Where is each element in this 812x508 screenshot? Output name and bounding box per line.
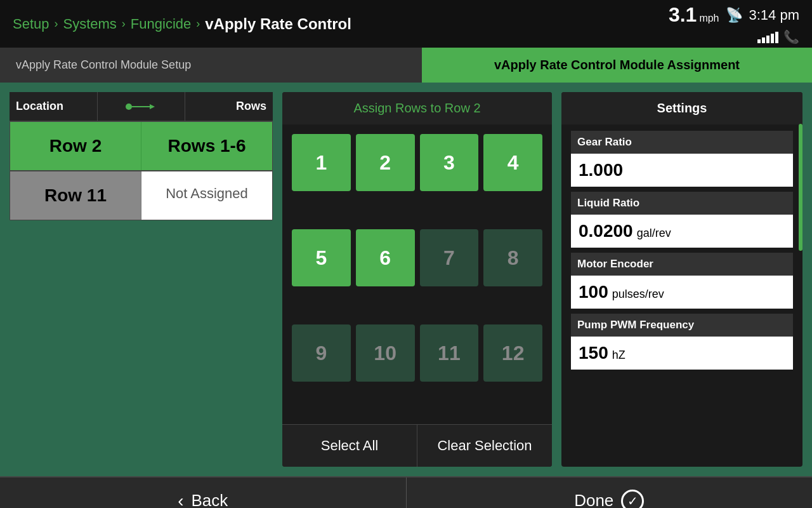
row-location-1: Row 2 (10, 122, 141, 170)
pump-pwm-value[interactable]: 150 hZ (571, 337, 793, 370)
action-buttons: Select All Clear Selection (282, 424, 552, 467)
signal-row: 📞 (757, 29, 799, 44)
back-label: Back (192, 491, 228, 508)
signal-bars (757, 30, 778, 43)
table-header: Location Rows (10, 92, 273, 121)
table-row[interactable]: Row 2 Rows 1-6 (10, 121, 273, 171)
header-rows: Rows (185, 92, 273, 121)
speed-row: 3.1 mph 📡 3:14 pm (669, 3, 799, 27)
back-icon: ‹ (178, 491, 183, 509)
done-check-icon: ✓ (621, 490, 644, 509)
done-label: Done (574, 491, 613, 508)
signal-bar-4 (771, 34, 774, 43)
antenna-icon: 📡 (726, 7, 743, 23)
row-rows-1: Rows 1-6 (141, 122, 272, 170)
row-button-12[interactable]: 12 (483, 324, 542, 382)
motor-encoder-unit: pulses/rev (612, 288, 664, 301)
row-button-11[interactable]: 11 (420, 324, 479, 382)
liquid-ratio-unit: gal/rev (637, 227, 671, 240)
row-button-5[interactable]: 5 (292, 229, 351, 286)
gear-ratio-value[interactable]: 1.000 (571, 154, 793, 187)
done-button[interactable]: Done ✓ (407, 478, 813, 508)
tab-setup[interactable]: vApply Rate Control Module Setup (0, 48, 422, 83)
row-button-9[interactable]: 9 (292, 324, 351, 382)
liquid-ratio-value[interactable]: 0.0200 gal/rev (571, 215, 793, 248)
speed-display: 3.1 mph (669, 3, 719, 27)
row-button-6[interactable]: 6 (356, 229, 415, 286)
phone-icon: 📞 (783, 29, 799, 44)
signal-bar-3 (766, 36, 769, 43)
signal-bar-1 (757, 39, 761, 43)
row-button-7[interactable]: 7 (420, 229, 479, 286)
breadcrumb: Setup › Systems › Fungicide › vApply Rat… (13, 15, 351, 33)
main-content: Location Rows Row 2 Rows 1-6 Row 11 Not … (0, 83, 812, 476)
breadcrumb-setup[interactable]: Setup (13, 16, 49, 32)
tab-bar: vApply Rate Control Module Setup vApply … (0, 48, 812, 83)
header-arrow (98, 92, 186, 121)
liquid-ratio-label: Liquid Ratio (571, 192, 793, 215)
bottom-bar: ‹ Back Done ✓ (0, 476, 812, 508)
settings-content: Gear Ratio 1.000 Liquid Ratio 0.0200 gal… (561, 124, 802, 376)
row-button-8[interactable]: 8 (483, 229, 542, 286)
clear-selection-button[interactable]: Clear Selection (417, 425, 552, 467)
pump-pwm-label: Pump PWM Frequency (571, 314, 793, 337)
pump-pwm-unit: hZ (612, 349, 625, 362)
breadcrumb-current: vApply Rate Control (205, 15, 351, 33)
breadcrumb-sep-3: › (196, 17, 200, 30)
row-button-2[interactable]: 2 (356, 134, 415, 191)
signal-bar-2 (762, 37, 765, 43)
row-button-3[interactable]: 3 (420, 134, 479, 191)
row-button-10[interactable]: 10 (356, 324, 415, 382)
scrollbar[interactable] (799, 124, 802, 251)
top-bar: Setup › Systems › Fungicide › vApply Rat… (0, 0, 812, 48)
settings-panel: Settings Gear Ratio 1.000 Liquid Ratio 0… (561, 92, 802, 467)
assign-panel: Assign Rows to Row 2 123456789101112 Sel… (282, 92, 552, 467)
svg-point-0 (126, 104, 132, 110)
gear-ratio-group: Gear Ratio 1.000 (571, 131, 793, 187)
tab-setup-label: vApply Rate Control Module Setup (16, 58, 191, 72)
location-panel: Location Rows Row 2 Rows 1-6 Row 11 Not … (10, 92, 273, 467)
speed-value: 3.1 (669, 3, 697, 27)
tab-assignment[interactable]: vApply Rate Control Module Assignment (422, 48, 812, 83)
settings-header: Settings (561, 92, 802, 124)
breadcrumb-sep-2: › (122, 17, 126, 30)
row-grid: 123456789101112 (282, 124, 552, 424)
status-icons: 3.1 mph 📡 3:14 pm 📞 (669, 3, 799, 44)
breadcrumb-fungicide[interactable]: Fungicide (131, 16, 191, 32)
back-button[interactable]: ‹ Back (0, 478, 407, 508)
gear-ratio-label: Gear Ratio (571, 131, 793, 154)
signal-bar-5 (775, 32, 778, 43)
row-rows-2: Not Assigned (141, 171, 272, 220)
header-location: Location (10, 92, 98, 121)
motor-encoder-group: Motor Encoder 100 pulses/rev (571, 253, 793, 309)
pump-pwm-group: Pump PWM Frequency 150 hZ (571, 314, 793, 370)
top-right-info: 3.1 mph 📡 3:14 pm 📞 (669, 3, 799, 44)
speed-unit: mph (699, 13, 719, 24)
row-button-1[interactable]: 1 (292, 134, 351, 191)
svg-marker-2 (150, 104, 155, 109)
liquid-ratio-group: Liquid Ratio 0.0200 gal/rev (571, 192, 793, 248)
row-button-4[interactable]: 4 (483, 134, 542, 191)
motor-encoder-value[interactable]: 100 pulses/rev (571, 276, 793, 309)
select-all-button[interactable]: Select All (282, 425, 417, 467)
breadcrumb-systems[interactable]: Systems (63, 16, 117, 32)
time-display: 3:14 pm (749, 7, 800, 23)
breadcrumb-sep-1: › (55, 17, 58, 30)
table-row[interactable]: Row 11 Not Assigned (10, 171, 273, 220)
assign-header: Assign Rows to Row 2 (282, 92, 552, 124)
assign-header-prefix: Assign Rows to (353, 101, 441, 115)
motor-encoder-label: Motor Encoder (571, 253, 793, 276)
tab-assignment-label: vApply Rate Control Module Assignment (494, 58, 740, 72)
assign-header-target: Row 2 (445, 101, 481, 115)
row-location-2: Row 11 (10, 171, 141, 220)
